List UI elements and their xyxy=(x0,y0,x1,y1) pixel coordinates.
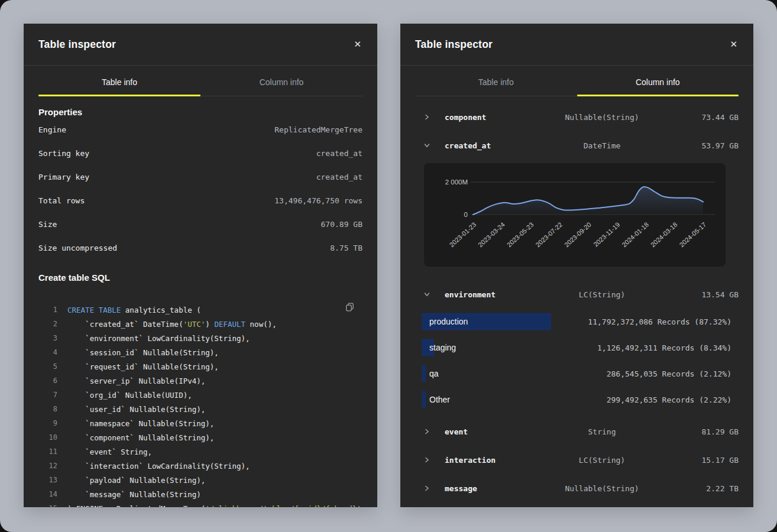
code-text: ) ENGINE = ReplicatedMergeTree('/clickho… xyxy=(67,504,365,508)
line-number: 2 xyxy=(38,320,57,328)
column-row-message[interactable]: messageNullable(String)2.22 TB xyxy=(415,474,739,502)
code-text: `interaction` LowCardinality(String), xyxy=(67,462,250,471)
code-text: `environment` LowCardinality(String), xyxy=(67,334,250,343)
property-label: Sorting key xyxy=(38,149,89,158)
code-line: 10 `component` Nullable(String), xyxy=(38,430,362,445)
property-row: Sorting keycreated_at xyxy=(38,141,362,165)
code-line: 9 `namespace` Nullable(String), xyxy=(38,416,362,430)
code-line: 2 `created_at` DateTime('UTC') DEFAULT n… xyxy=(38,317,362,331)
env-value-bar xyxy=(422,365,426,382)
code-line: 4 `session_id` Nullable(String), xyxy=(38,345,362,359)
tab-bar: Table info Column info xyxy=(415,66,739,96)
line-number: 8 xyxy=(38,405,57,413)
tab-column-info[interactable]: Column info xyxy=(200,66,362,96)
env-value-label: staging xyxy=(429,343,456,352)
column-row-event[interactable]: eventString81.29 GB xyxy=(415,417,739,446)
column-type: LC(String) xyxy=(533,456,671,465)
property-row: EngineReplicatedMergeTree xyxy=(38,118,362,141)
x-axis-tick-label: 2023-05-23 xyxy=(506,221,535,249)
env-value-bar xyxy=(422,391,426,408)
code-line: 5 `request_id` Nullable(String), xyxy=(38,359,362,374)
env-value-row: Other299,492,635 Records (2.22%) xyxy=(422,387,739,413)
line-number: 15 xyxy=(38,504,57,507)
line-number: 14 xyxy=(38,490,57,498)
code-line: 7 `org_id` Nullable(UUID), xyxy=(38,388,362,402)
property-label: Total rows xyxy=(38,196,85,205)
line-number: 5 xyxy=(38,362,57,371)
code-text: `created_at` DateTime('UTC') DEFAULT now… xyxy=(67,320,277,329)
env-value-records: 286,545,035 Records (2.12%) xyxy=(607,369,731,378)
chart-card: 2 000M02023-01-232023-03-242023-05-23202… xyxy=(424,163,726,267)
property-value: 670.89 GB xyxy=(321,220,362,229)
tab-table-info[interactable]: Table info xyxy=(38,66,200,96)
copy-button[interactable] xyxy=(345,303,354,312)
column-name: message xyxy=(445,484,533,493)
panel-title: Table inspector xyxy=(415,38,493,51)
code-line: 14 `message` Nullable(String) xyxy=(38,487,362,501)
column-row-environment[interactable]: environmentLC(String)13.54 GB xyxy=(415,280,739,309)
code-text: `org_id` Nullable(UUID), xyxy=(67,391,192,400)
property-label: Primary key xyxy=(38,173,89,181)
line-number: 9 xyxy=(38,419,57,427)
property-value: 8.75 TB xyxy=(330,244,362,252)
column-type: Nullable(String) xyxy=(533,484,671,493)
x-axis-tick-label: 2024-05-17 xyxy=(678,221,707,249)
created-at-distribution-chart: 2 000M02023-01-232023-03-242023-05-23202… xyxy=(424,163,726,265)
sql-lines: 1CREATE TABLE analytics_table (2 `create… xyxy=(38,303,362,507)
copy-icon xyxy=(345,303,354,312)
code-line: 8 `user_id` Nullable(String), xyxy=(38,402,362,416)
column-size: 15.17 GB xyxy=(671,456,739,465)
code-line: 3 `environment` LowCardinality(String), xyxy=(38,331,362,345)
property-label: Size uncompressed xyxy=(38,244,117,252)
code-text: `session_id` Nullable(String), xyxy=(67,348,219,357)
column-size: 53.97 GB xyxy=(671,141,739,150)
x-axis-tick-label: 2023-03-24 xyxy=(477,221,506,249)
code-text: `user_id` Nullable(String), xyxy=(67,405,205,414)
tab-table-info[interactable]: Table info xyxy=(415,66,577,96)
x-axis-tick-label: 2023-11-19 xyxy=(592,221,621,248)
close-button[interactable]: ✕ xyxy=(352,39,362,50)
column-size: 13.54 GB xyxy=(671,290,739,299)
code-line: 15) ENGINE = ReplicatedMergeTree('/click… xyxy=(38,501,362,507)
table-info-content: Properties EngineReplicatedMergeTreeSort… xyxy=(24,96,377,507)
screen: Table inspector ✕ Table info Column info… xyxy=(0,0,777,532)
code-text: `server_ip` Nullable(IPv4), xyxy=(67,377,205,385)
column-row-created_at[interactable]: created_atDateTime53.97 GB xyxy=(415,131,739,160)
line-number: 11 xyxy=(38,447,57,456)
line-number: 1 xyxy=(38,306,57,314)
column-size: 81.29 GB xyxy=(671,427,739,436)
chevron-down-icon xyxy=(424,291,430,297)
column-name: created_at xyxy=(445,141,533,150)
column-size: 2.22 TB xyxy=(671,484,739,493)
chevron-right-icon xyxy=(424,114,430,120)
env-value-label: Other xyxy=(429,395,450,404)
x-axis-tick-label: 2023-07-22 xyxy=(534,221,564,249)
chevron-right-icon xyxy=(424,457,430,463)
env-value-records: 11,792,372,086 Records (87.32%) xyxy=(588,317,731,326)
properties-heading: Properties xyxy=(38,96,362,118)
line-number: 6 xyxy=(38,377,57,385)
code-text: `request_id` Nullable(String), xyxy=(67,362,219,371)
chevron-down-icon xyxy=(424,142,430,148)
line-number: 13 xyxy=(38,476,57,484)
chevron-right-icon xyxy=(424,485,430,491)
tab-column-info[interactable]: Column info xyxy=(577,66,739,96)
chevron-right-icon xyxy=(424,429,430,434)
property-row: Primary keycreated_at xyxy=(38,165,362,189)
close-button[interactable]: ✕ xyxy=(729,39,739,50)
column-size: 73.44 GB xyxy=(671,113,739,122)
line-number: 7 xyxy=(38,391,57,399)
close-icon: ✕ xyxy=(730,39,737,50)
close-icon: ✕ xyxy=(354,39,361,50)
column-row-component[interactable]: componentNullable(String)73.44 GB xyxy=(415,103,739,131)
table-inspector-panel-left: Table inspector ✕ Table info Column info… xyxy=(24,24,377,507)
code-text: `namespace` Nullable(String), xyxy=(67,419,214,428)
panel-header: Table inspector ✕ xyxy=(24,24,377,66)
property-row: Size670.89 GB xyxy=(38,212,362,236)
env-value-label: production xyxy=(429,317,468,326)
line-number: 4 xyxy=(38,348,57,356)
column-row-interaction[interactable]: interactionLC(String)15.17 GB xyxy=(415,446,739,474)
line-number: 10 xyxy=(38,433,57,442)
property-label: Size xyxy=(38,220,57,229)
code-text: CREATE TABLE analytics_table ( xyxy=(67,306,201,314)
